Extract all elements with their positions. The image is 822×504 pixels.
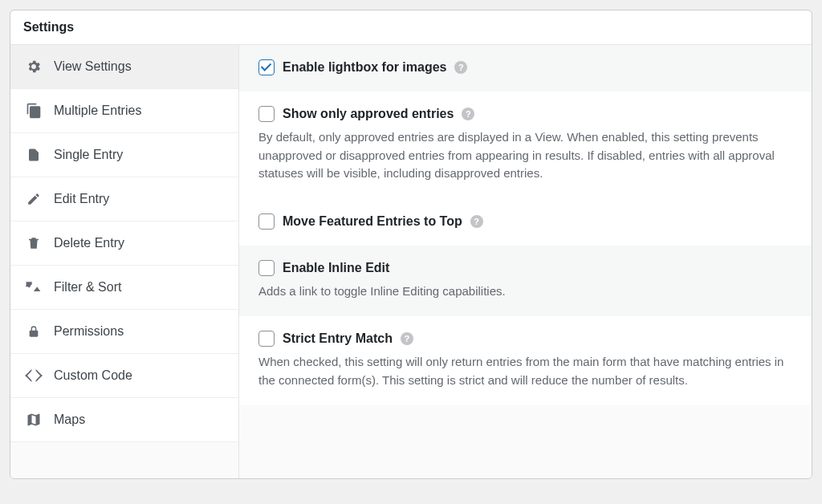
setting-strict-match: Strict Entry Match ? When checked, this … [239, 316, 812, 405]
code-icon [25, 367, 43, 384]
checkbox-only-approved[interactable] [258, 106, 275, 122]
lock-icon [25, 323, 43, 340]
gear-icon [25, 58, 43, 75]
trash-icon [25, 234, 43, 252]
sidebar-item-label: Maps [54, 413, 85, 427]
sidebar-item-label: Filter & Sort [54, 280, 121, 295]
sidebar-item-label: Custom Code [54, 368, 132, 383]
sidebar-item-label: Single Entry [54, 148, 123, 162]
setting-label: Enable lightbox for images [283, 60, 446, 75]
checkbox-strict-match[interactable] [258, 331, 275, 347]
setting-enable-lightbox: Enable lightbox for images ? [239, 45, 812, 91]
pencil-icon [25, 190, 43, 208]
sidebar-item-filter-sort[interactable]: Filter & Sort [10, 266, 238, 310]
copies-icon [25, 102, 43, 120]
checkbox-featured-top[interactable] [258, 213, 275, 230]
setting-label: Strict Entry Match [283, 331, 393, 346]
setting-description: When checked, this setting will only ret… [258, 353, 792, 389]
document-icon [25, 146, 43, 164]
settings-panel: Settings View Settings Multiple Entries [10, 10, 812, 479]
sidebar-item-delete-entry[interactable]: Delete Entry [10, 222, 238, 266]
setting-description: By default, only approved entries are di… [258, 128, 792, 183]
help-icon[interactable]: ? [462, 108, 474, 120]
checkbox-inline-edit[interactable] [258, 260, 275, 276]
sidebar-list: View Settings Multiple Entries Single En… [10, 45, 238, 442]
help-icon[interactable]: ? [401, 332, 413, 345]
sidebar-item-label: Multiple Entries [54, 104, 141, 118]
setting-description: Adds a link to toggle Inline Editing cap… [258, 282, 792, 301]
sidebar-item-view-settings[interactable]: View Settings [10, 45, 238, 89]
setting-label: Move Featured Entries to Top [283, 214, 462, 229]
settings-layout: View Settings Multiple Entries Single En… [10, 45, 812, 478]
sidebar-item-label: Delete Entry [54, 236, 124, 250]
setting-label: Enable Inline Edit [283, 261, 389, 275]
setting-only-approved: Show only approved entries ? By default,… [239, 91, 812, 199]
setting-featured-top: Move Featured Entries to Top ? [239, 199, 812, 246]
map-icon [25, 411, 43, 429]
settings-content: Enable lightbox for images ? Show only a… [239, 45, 812, 478]
help-icon[interactable]: ? [454, 61, 467, 74]
sort-icon [25, 278, 43, 296]
svg-marker-3 [35, 370, 42, 382]
checkbox-enable-lightbox[interactable] [258, 59, 275, 75]
sidebar-item-label: View Settings [54, 59, 132, 74]
help-icon[interactable]: ? [470, 215, 483, 228]
setting-inline-edit: Enable Inline Edit Adds a link to toggle… [239, 246, 812, 317]
settings-sidebar: View Settings Multiple Entries Single En… [10, 45, 239, 478]
sidebar-item-label: Permissions [54, 324, 124, 339]
sidebar-item-label: Edit Entry [54, 192, 109, 206]
sidebar-item-custom-code[interactable]: Custom Code [10, 354, 238, 398]
sidebar-item-single-entry[interactable]: Single Entry [10, 133, 238, 177]
sidebar-item-permissions[interactable]: Permissions [10, 310, 238, 354]
svg-marker-2 [26, 370, 32, 382]
setting-label: Show only approved entries [283, 107, 454, 121]
panel-title: Settings [10, 10, 812, 45]
sidebar-item-edit-entry[interactable]: Edit Entry [10, 177, 238, 222]
sidebar-item-multiple-entries[interactable]: Multiple Entries [10, 89, 238, 133]
sidebar-item-maps[interactable]: Maps [10, 398, 238, 442]
svg-marker-1 [34, 287, 40, 291]
